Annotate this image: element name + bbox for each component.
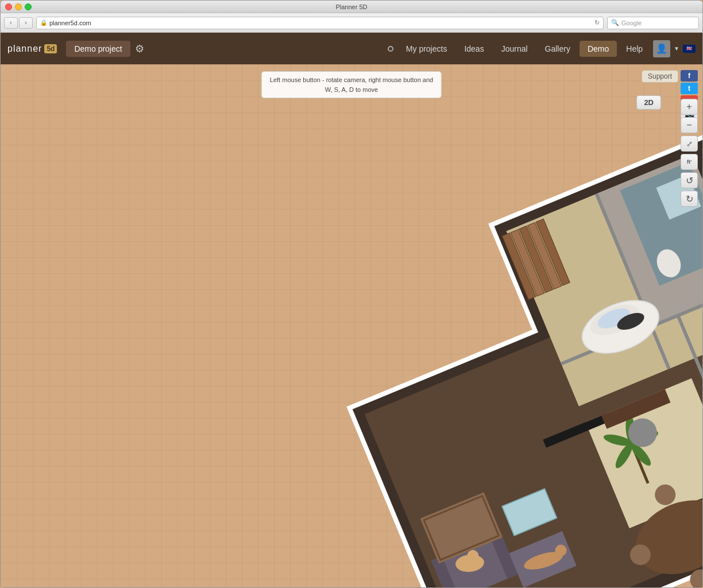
twitter-icon[interactable]: t <box>681 83 698 94</box>
close-button[interactable] <box>5 3 12 10</box>
browser-title: Planner 5D <box>335 3 367 10</box>
search-icon: 🔍 <box>611 19 619 26</box>
nav-help[interactable]: Help <box>618 41 651 57</box>
avatar: 👤 <box>653 40 670 57</box>
language-flag[interactable]: 🇬🇧 <box>683 45 696 53</box>
logo-text: planner <box>7 44 42 54</box>
undo-button[interactable]: ↺ <box>681 172 698 188</box>
maximize-button[interactable] <box>25 3 32 10</box>
zoom-in-button[interactable]: + <box>681 99 698 115</box>
search-placeholder: Google <box>621 20 642 26</box>
right-sidebar: + − ⤢ ft' ↺ ↻ <box>681 99 698 207</box>
nav-buttons: ‹ › <box>4 17 33 29</box>
security-icon: 🔒 <box>40 20 47 26</box>
support-button[interactable]: Support <box>642 70 678 83</box>
browser-toolbar: ‹ › 🔒 planner5d.com ↻ 🔍 Google <box>1 13 702 33</box>
browser-controls <box>5 3 32 10</box>
status-dot <box>388 46 393 52</box>
reload-icon[interactable]: ↻ <box>594 19 600 26</box>
nav-gallery[interactable]: Gallery <box>537 41 578 57</box>
logo-5d: 5d <box>44 44 57 53</box>
nav-journal[interactable]: Journal <box>493 41 536 57</box>
dropdown-icon: ▼ <box>674 45 679 52</box>
back-button[interactable]: ‹ <box>4 17 18 29</box>
canvas-area[interactable]: Left mouse button - rotate camera, right… <box>1 64 702 587</box>
2d-button[interactable]: 2D <box>636 95 661 110</box>
main-viewport: Left mouse button - rotate camera, right… <box>1 64 702 587</box>
nav-my-projects[interactable]: My projects <box>398 41 455 57</box>
camera-tooltip: Left mouse button - rotate camera, right… <box>261 71 442 98</box>
user-menu[interactable]: 👤 ▼ <box>653 40 679 57</box>
fullscreen-button[interactable]: ⤢ <box>681 136 698 152</box>
redo-button[interactable]: ↻ <box>681 191 698 207</box>
logo-area: planner 5d <box>7 44 57 54</box>
app-container: planner 5d Demo project ⚙ My projects Id… <box>1 33 702 587</box>
floorplan-canvas[interactable] <box>1 64 702 587</box>
nav-demo[interactable]: Demo <box>580 41 617 57</box>
url-text: planner5d.com <box>49 20 91 26</box>
settings-icon-button[interactable]: ⚙ <box>135 42 144 55</box>
browser-titlebar: Planner 5D <box>1 1 702 13</box>
forward-button[interactable]: › <box>19 17 33 29</box>
units-button[interactable]: ft' <box>681 154 698 170</box>
app-header: planner 5d Demo project ⚙ My projects Id… <box>1 33 702 64</box>
search-bar[interactable]: 🔍 Google <box>607 17 699 29</box>
minimize-button[interactable] <box>15 3 22 10</box>
nav-ideas[interactable]: Ideas <box>456 41 492 57</box>
address-bar[interactable]: 🔒 planner5d.com ↻ <box>36 17 604 29</box>
facebook-icon[interactable]: f <box>681 70 698 82</box>
browser-frame: Planner 5D ‹ › 🔒 planner5d.com ↻ 🔍 Googl… <box>0 0 703 588</box>
project-name-button[interactable]: Demo project <box>66 41 130 57</box>
nav-links: My projects Ideas Journal Gallery Demo H… <box>398 41 651 57</box>
zoom-out-button[interactable]: − <box>681 117 698 133</box>
